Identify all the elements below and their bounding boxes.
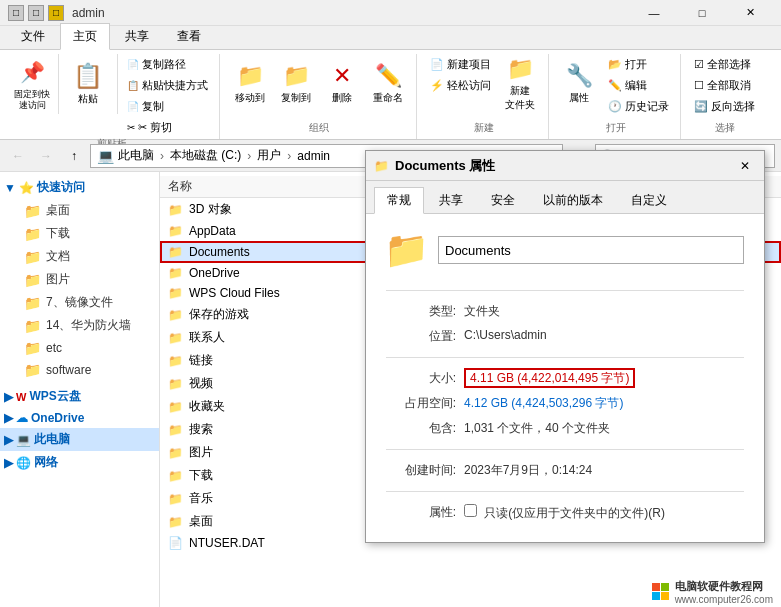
- ribbon-group-open: 🔧 属性 📂 打开 ✏️ 编辑 🕐 历史记录: [551, 54, 681, 139]
- dialog-name-input[interactable]: [438, 236, 744, 264]
- edit-button[interactable]: ✏️ 编辑: [603, 75, 674, 95]
- new-folder-button[interactable]: 📁 新建文件夹: [498, 54, 542, 114]
- pin-icon: 📌: [16, 57, 48, 87]
- separator-1: [58, 54, 59, 114]
- sidebar-item-huawei[interactable]: 📁 14、华为防火墙: [0, 314, 159, 337]
- paste-button[interactable]: 📋 粘贴: [63, 54, 113, 114]
- properties-button[interactable]: 🔧 属性: [557, 54, 601, 114]
- sidebar-quick-access[interactable]: ▼ ⭐ 快速访问: [0, 176, 159, 199]
- tab-file[interactable]: 文件: [8, 23, 58, 49]
- rename-icon: ✏️: [375, 63, 402, 89]
- select-label: 选择: [715, 121, 735, 137]
- sidebar-this-pc[interactable]: ▶ 💻 此电脑: [0, 428, 159, 451]
- open-button[interactable]: 📂 打开: [603, 54, 674, 74]
- cut-button[interactable]: ✂ ✂ 剪切: [122, 117, 213, 137]
- move-icon: 📁: [237, 63, 264, 89]
- window-controls: — □ ✕: [631, 0, 773, 26]
- type-value: 文件夹: [464, 303, 744, 320]
- quick-access-icon: ⭐: [19, 181, 34, 195]
- select-col: ☑ 全部选择 ☐ 全部取消 🔄 反向选择: [689, 54, 760, 116]
- up-button[interactable]: ↑: [62, 144, 86, 168]
- folder-icon: 📁: [168, 515, 183, 529]
- ribbon-group-new: 📄 新建项目 ⚡ 轻松访问 📁 新建文件夹 新建: [419, 54, 549, 139]
- cut-icon: ✂: [127, 122, 135, 133]
- path-sep-2: ›: [247, 149, 251, 163]
- sidebar-item-pictures[interactable]: 📁 图片: [0, 268, 159, 291]
- rename-button[interactable]: ✏️ 重命名: [366, 54, 410, 114]
- sidebar-item-software[interactable]: 📁 software: [0, 359, 159, 381]
- dialog-row-disk-size: 占用空间: 4.12 GB (4,424,503,296 字节): [386, 391, 744, 416]
- dialog-folder-icon: 📁: [386, 230, 426, 270]
- copy-to-button[interactable]: 📁 复制到: [274, 54, 318, 114]
- window-title: admin: [72, 6, 105, 20]
- tab-home[interactable]: 主页: [60, 23, 110, 50]
- sidebar-wps-cloud[interactable]: ▶ W WPS云盘: [0, 385, 159, 408]
- sidebar-item-documents[interactable]: 📁 文档: [0, 245, 159, 268]
- attributes-value: 只读(仅应用于文件夹中的文件)(R): [464, 504, 744, 522]
- ribbon: 📌 固定到快 速访问 📋 粘贴 📄 复制路径: [0, 50, 781, 140]
- tab-view[interactable]: 查看: [164, 23, 214, 49]
- sidebar-item-images[interactable]: 📁 7、镜像文件: [0, 291, 159, 314]
- new-item-button[interactable]: 📄 新建项目: [425, 54, 496, 74]
- dialog-tab-share[interactable]: 共享: [426, 187, 476, 213]
- invert-selection-button[interactable]: 🔄 反向选择: [689, 96, 760, 116]
- dialog-row-attributes: 属性: 只读(仅应用于文件夹中的文件)(R): [386, 500, 744, 526]
- minimize-button[interactable]: —: [631, 0, 677, 26]
- dialog-titlebar: 📁 Documents 属性 ✕: [366, 151, 764, 181]
- organize-content: 📁 移动到 📁 复制到 ✕ 删除 ✏️ 重命名: [228, 54, 410, 121]
- paste-shortcut-button[interactable]: 📋 粘贴快捷方式: [122, 75, 213, 95]
- sidebar-onedrive[interactable]: ▶ ☁ OneDrive: [0, 408, 159, 428]
- network-arrow: ▶: [4, 456, 13, 470]
- paste-icon: 📋: [73, 62, 103, 90]
- close-button[interactable]: ✕: [727, 0, 773, 26]
- select-all-button[interactable]: ☑ 全部选择: [689, 54, 760, 74]
- onedrive-folder-icon: 📁: [168, 266, 183, 280]
- sidebar-item-downloads[interactable]: 📁 下载: [0, 222, 159, 245]
- paste-shortcut-icon: 📋: [127, 80, 139, 91]
- delete-button[interactable]: ✕ 删除: [320, 54, 364, 114]
- contains-value: 1,031 个文件，40 个文件夹: [464, 420, 744, 437]
- dialog-row-created: 创建时间: 2023年7月9日，0:14:24: [386, 458, 744, 483]
- size-value: 4.11 GB (4,422,014,495 字节): [464, 370, 744, 387]
- pin-to-quick-access-button[interactable]: 📌 固定到快 速访问: [10, 54, 54, 114]
- easy-access-button[interactable]: ⚡ 轻松访问: [425, 75, 496, 95]
- sidebar-item-desktop[interactable]: 📁 桌面: [0, 199, 159, 222]
- sidebar-network[interactable]: ▶ 🌐 网络: [0, 451, 159, 474]
- select-none-button[interactable]: ☐ 全部取消: [689, 75, 760, 95]
- dialog-title: Documents 属性: [395, 157, 734, 175]
- forward-button[interactable]: →: [34, 144, 58, 168]
- created-value: 2023年7月9日，0:14:24: [464, 462, 744, 479]
- folder-icon: 📁: [24, 249, 41, 265]
- maximize-button[interactable]: □: [679, 0, 725, 26]
- history-button[interactable]: 🕐 历史记录: [603, 96, 674, 116]
- dialog-tab-general[interactable]: 常规: [374, 187, 424, 214]
- dialog-tab-previous[interactable]: 以前的版本: [530, 187, 616, 213]
- path-admin: admin: [297, 149, 330, 163]
- tab-share[interactable]: 共享: [112, 23, 162, 49]
- sidebar-item-etc[interactable]: 📁 etc: [0, 337, 159, 359]
- dialog-content: 📁 类型: 文件夹 位置: C:\Users\admin 大小: 4.11 GB…: [366, 214, 764, 542]
- thispc-icon: 💻: [16, 433, 31, 447]
- back-button[interactable]: ←: [6, 144, 30, 168]
- copy-col: 📄 复制路径 📋 粘贴快捷方式 📄 复制 ✂ ✂ 剪切: [122, 54, 213, 137]
- created-label: 创建时间:: [386, 462, 456, 479]
- path-drive: 本地磁盘 (C:): [170, 147, 241, 164]
- disk-size-label: 占用空间:: [386, 395, 456, 412]
- readonly-checkbox[interactable]: [464, 504, 477, 517]
- path-sep-1: ›: [160, 149, 164, 163]
- title-icon-1: □: [8, 5, 24, 21]
- copy-button[interactable]: 📄 复制: [122, 96, 213, 116]
- file-icon: 📄: [168, 536, 183, 550]
- copy-path-button[interactable]: 📄 复制路径: [122, 54, 213, 74]
- dialog-tab-custom[interactable]: 自定义: [618, 187, 680, 213]
- folder-icon: 📁: [168, 423, 183, 437]
- easy-access-icon: ⚡: [430, 79, 444, 92]
- move-to-button[interactable]: 📁 移动到: [228, 54, 272, 114]
- folder-icon: 📁: [24, 295, 41, 311]
- dialog-close-button[interactable]: ✕: [734, 155, 756, 177]
- wps-folder-icon: 📁: [168, 286, 183, 300]
- thispc-arrow: ▶: [4, 433, 13, 447]
- edit-icon: ✏️: [608, 79, 622, 92]
- quick-access-arrow: ▼: [4, 181, 16, 195]
- dialog-tab-security[interactable]: 安全: [478, 187, 528, 213]
